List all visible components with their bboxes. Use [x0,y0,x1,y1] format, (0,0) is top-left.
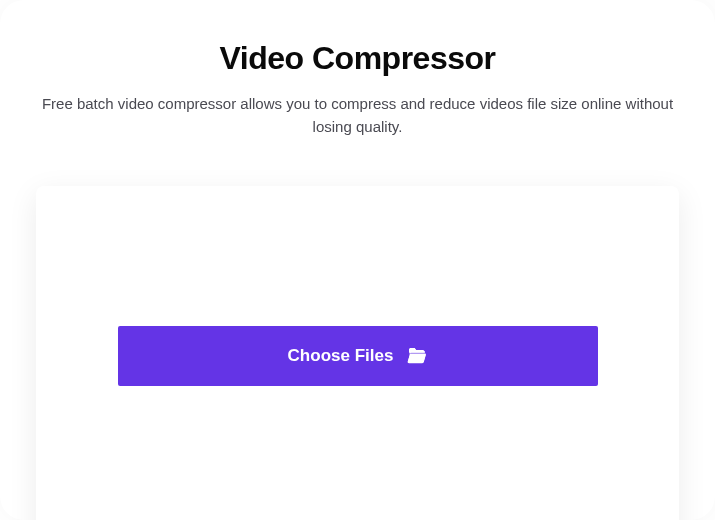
folder-open-icon [407,348,427,364]
main-container: Video Compressor Free batch video compre… [0,0,715,520]
page-title: Video Compressor [36,40,679,77]
choose-files-button[interactable]: Choose Files [118,326,598,386]
page-subtitle: Free batch video compressor allows you t… [38,93,678,138]
choose-files-label: Choose Files [288,346,394,366]
upload-card: Choose Files [36,186,679,520]
